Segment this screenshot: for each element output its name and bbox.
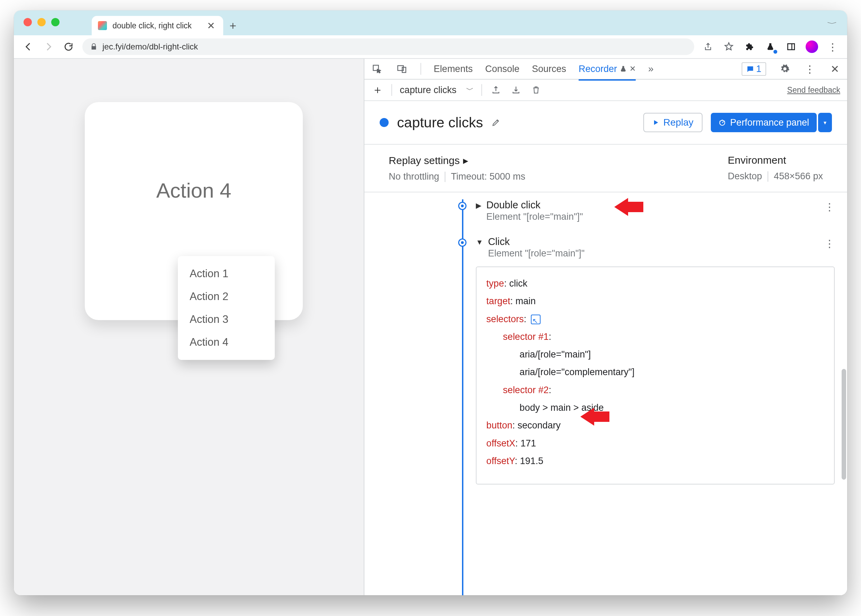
- new-tab-button[interactable]: ＋: [223, 16, 243, 35]
- more-tabs-icon[interactable]: »: [648, 63, 654, 74]
- forward-button[interactable]: [42, 41, 55, 53]
- profile-avatar[interactable]: [806, 41, 818, 53]
- environment-label: Environment: [728, 154, 823, 166]
- recorder-steps: ▶ Double click Element "[role="main"]" ⋮: [365, 192, 847, 595]
- inspect-icon[interactable]: [371, 63, 383, 75]
- timeout-value: Timeout: 5000 ms: [451, 171, 525, 182]
- close-window-icon[interactable]: [24, 18, 32, 26]
- address-bar[interactable]: jec.fyi/demo/dbl-right-click: [82, 38, 694, 55]
- tabs-overflow-icon[interactable]: ﹀: [827, 20, 837, 27]
- flask-icon: [620, 65, 627, 73]
- tab-close-icon[interactable]: ✕: [207, 20, 215, 31]
- share-icon[interactable]: [702, 41, 714, 53]
- devtools-menu-icon[interactable]: ⋮: [804, 63, 816, 75]
- step-dot-icon: [459, 239, 465, 246]
- context-menu: Action 1 Action 2 Action 3 Action 4: [178, 256, 275, 360]
- recording-indicator-icon: [380, 118, 389, 127]
- window-titlebar: double click, right click ✕ ＋ ﹀: [14, 10, 847, 35]
- demo-card-title: Action 4: [156, 179, 231, 203]
- step-menu-icon[interactable]: ⋮: [824, 201, 835, 213]
- context-menu-item[interactable]: Action 4: [178, 331, 275, 354]
- performance-panel-button[interactable]: Performance panel: [711, 113, 817, 132]
- select-element-icon[interactable]: [531, 314, 540, 324]
- step-subtitle: Element "[role="main"]": [488, 248, 584, 259]
- step-subtitle: Element "[role="main"]": [486, 211, 583, 222]
- devtools-tab-elements[interactable]: Elements: [434, 64, 473, 74]
- extensions-icon[interactable]: [743, 41, 756, 53]
- step-menu-icon[interactable]: ⋮: [824, 237, 835, 250]
- recorder-settings-row: Replay settings ▸ No throttling Timeout:…: [365, 145, 847, 192]
- step-dot-icon: [459, 203, 465, 209]
- device-toggle-icon[interactable]: [396, 63, 408, 75]
- panel-icon[interactable]: [785, 41, 797, 53]
- svg-rect-3: [402, 67, 406, 72]
- new-recording-button[interactable]: ＋: [371, 84, 384, 96]
- expand-caret-icon[interactable]: ▼: [476, 238, 483, 247]
- minimize-window-icon[interactable]: [38, 18, 46, 26]
- step-detail-box: type: click target: main selectors: sele…: [476, 267, 835, 484]
- recording-select[interactable]: capture clicks: [400, 85, 456, 96]
- devtools-close-icon[interactable]: ✕: [828, 63, 841, 75]
- issues-button[interactable]: 1: [742, 62, 766, 76]
- caret-right-icon: ▸: [463, 154, 468, 167]
- throttling-value: No throttling: [389, 171, 439, 182]
- performance-dropdown-button[interactable]: ▾: [818, 113, 832, 132]
- browser-toolbar: jec.fyi/demo/dbl-right-click ⋮: [14, 35, 847, 59]
- page-viewport[interactable]: Action 4 Action 1 Action 2 Action 3 Acti…: [14, 59, 364, 595]
- devtools-panel: Elements Console Sources Recorder ✕ » 1: [364, 59, 847, 595]
- delete-icon[interactable]: [530, 84, 542, 96]
- browser-tab[interactable]: double click, right click ✕: [92, 16, 223, 35]
- env-size: 458×566 px: [774, 171, 823, 182]
- step-item[interactable]: ▼ Click Element "[role="main"]" ⋮ type: …: [476, 236, 838, 484]
- context-menu-item[interactable]: Action 2: [178, 285, 275, 308]
- send-feedback-link[interactable]: Send feedback: [787, 85, 840, 95]
- replay-settings-toggle[interactable]: Replay settings ▸: [389, 154, 525, 167]
- bookmark-icon[interactable]: [723, 41, 735, 53]
- url-text: jec.fyi/demo/dbl-right-click: [102, 42, 198, 52]
- recorder-toolbar: ＋ capture clicks ﹀ Send feedback: [365, 80, 847, 101]
- svg-rect-0: [788, 44, 795, 49]
- step-title: Click: [488, 236, 584, 247]
- maximize-window-icon[interactable]: [51, 18, 60, 26]
- recorder-header: capture clicks Replay Performance panel …: [365, 101, 847, 145]
- edit-title-icon[interactable]: [492, 118, 500, 127]
- traffic-lights: [24, 18, 60, 26]
- tab-title: double click, right click: [113, 21, 192, 30]
- annotation-arrow-icon: [580, 408, 610, 426]
- chevron-down-icon[interactable]: ﹀: [466, 85, 474, 95]
- replay-button[interactable]: Replay: [643, 113, 702, 132]
- devtools-tabstrip: Elements Console Sources Recorder ✕ » 1: [365, 59, 847, 80]
- step-item[interactable]: ▶ Double click Element "[role="main"]" ⋮: [476, 200, 838, 222]
- lock-icon[interactable]: [90, 43, 97, 50]
- context-menu-item[interactable]: Action 1: [178, 262, 275, 285]
- close-tab-icon[interactable]: ✕: [630, 64, 636, 73]
- context-menu-item[interactable]: Action 3: [178, 308, 275, 331]
- export-icon[interactable]: [490, 84, 502, 96]
- annotation-arrow-icon: [614, 198, 643, 216]
- browser-menu-icon[interactable]: ⋮: [826, 41, 839, 53]
- devtools-tab-recorder[interactable]: Recorder ✕: [578, 64, 636, 81]
- back-button[interactable]: [22, 41, 35, 53]
- recording-title: capture clicks: [397, 115, 483, 131]
- reload-button[interactable]: [62, 41, 75, 53]
- step-title: Double click: [486, 200, 583, 211]
- flask-ext-icon[interactable]: [764, 41, 776, 53]
- devtools-tab-console[interactable]: Console: [485, 64, 519, 74]
- svg-point-4: [720, 121, 725, 126]
- timeline-line: [462, 200, 463, 595]
- import-icon[interactable]: [510, 84, 522, 96]
- devtools-settings-icon[interactable]: [779, 63, 791, 75]
- devtools-tab-sources[interactable]: Sources: [532, 64, 566, 74]
- scrollbar-thumb[interactable]: [842, 369, 846, 480]
- tab-favicon-icon: [98, 21, 107, 30]
- expand-caret-icon[interactable]: ▶: [476, 201, 481, 210]
- env-device: Desktop: [728, 171, 762, 182]
